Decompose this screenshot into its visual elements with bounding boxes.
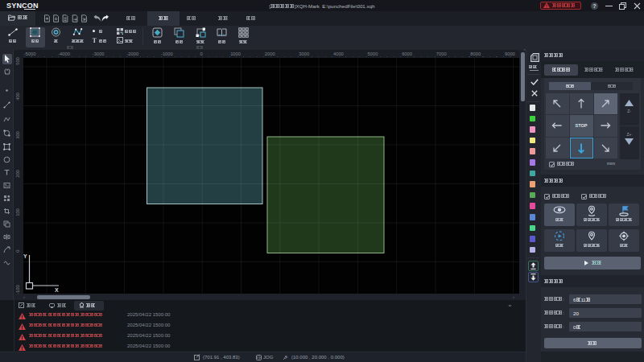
svg-text:Y: Y [23, 253, 27, 259]
svg-text:X: X [55, 287, 59, 293]
